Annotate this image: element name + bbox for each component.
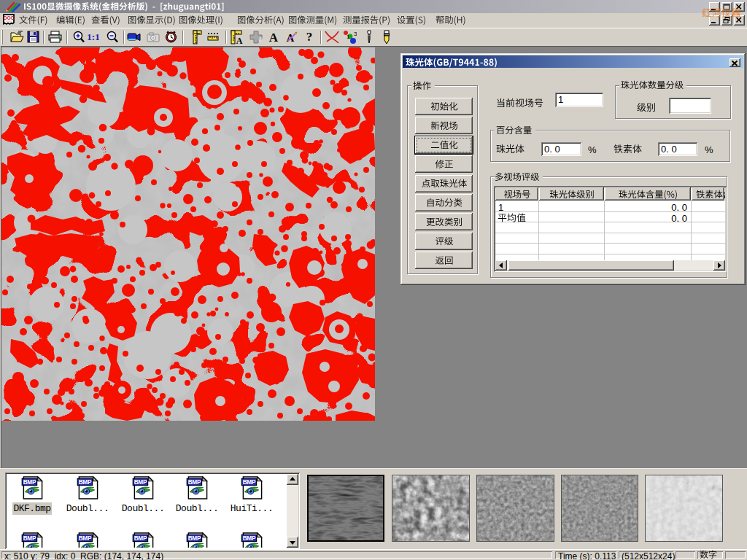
svg-text:3: 3 [354,31,357,37]
svg-text:BMP: BMP [23,479,36,486]
svg-text:BMP: BMP [79,479,92,486]
svg-text:?: ? [306,30,313,43]
svg-text:1:1: 1:1 [88,31,99,42]
svg-text:BMP: BMP [243,535,256,542]
svg-text:A: A [269,31,279,43]
svg-text:BMP: BMP [134,535,147,542]
svg-text:BMP: BMP [79,535,92,542]
svg-text:1: 1 [347,34,350,40]
svg-text:BMP: BMP [188,479,201,486]
svg-text:A: A [236,36,243,44]
svg-text:DOC: DOC [4,15,15,20]
svg-text:BMP: BMP [134,479,147,486]
svg-text:BMP: BMP [188,535,201,542]
svg-text:BMP: BMP [23,535,36,542]
svg-text:BMP: BMP [243,479,256,486]
svg-text:A: A [287,32,295,43]
